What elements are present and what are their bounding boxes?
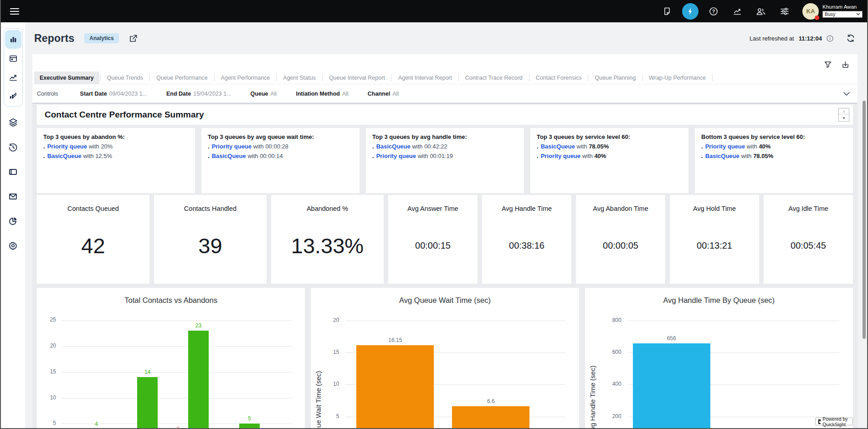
y-tick: 20 — [311, 317, 339, 323]
help-icon[interactable]: ? — [705, 3, 722, 20]
menu-icon[interactable] — [7, 5, 22, 18]
bar-contacts — [188, 331, 209, 428]
sidebar-nav-group — [4, 28, 23, 107]
tab-contract-trace-record[interactable]: Contract Trace Record — [460, 72, 528, 84]
filter-start-date[interactable]: Start Date09/04/2023 1... — [80, 91, 147, 97]
tab-agent-performance[interactable]: Agent Performance — [216, 72, 276, 84]
tab-wrap-up-performance[interactable]: Wrap-Up Performance — [643, 72, 711, 84]
insight-card-top-3-queues-by-avg-handle-time: Top 3 queues by avg handle time:.BasicQu… — [366, 128, 524, 193]
bullet: . — [43, 153, 45, 159]
insight-value: 40% — [594, 153, 606, 159]
queue-link[interactable]: BasicQueue — [47, 153, 82, 159]
tab-agent-interval-report[interactable]: Agent Interval Report — [393, 72, 457, 84]
insight-title: Top 3 queues by avg handle time: — [372, 133, 518, 140]
queue-link[interactable]: BasicQueue — [705, 153, 740, 159]
kpi-row: Contacts Queued42Contacts Handled39Aband… — [37, 195, 853, 284]
filter-channel[interactable]: ChannelAll — [368, 91, 399, 97]
gridline — [628, 321, 839, 321]
sidebar-item-reports[interactable] — [5, 30, 21, 49]
sidebar-item-annotate[interactable] — [5, 86, 21, 105]
status-value: Busy — [825, 11, 835, 17]
insight-line: .Priority queue with 20% — [43, 143, 189, 150]
chart-plot: 5101520254142353 — [37, 288, 305, 428]
analytics-badge[interactable]: Analytics — [84, 33, 118, 43]
y-tick: 15 — [311, 349, 339, 355]
insight-title: Top 3 queues by abandon %: — [43, 133, 189, 140]
bullet: . — [701, 143, 703, 150]
sidebar-item-window[interactable] — [1, 159, 25, 184]
queue-link[interactable]: BasicQueue — [212, 153, 246, 159]
sidebar-item-pie[interactable] — [1, 209, 25, 233]
filter-icon[interactable] — [824, 61, 832, 68]
chevron-down-icon[interactable] — [843, 92, 850, 96]
flash-icon[interactable] — [682, 3, 699, 20]
bullet: . — [43, 143, 45, 150]
avatar-initials: KA — [806, 8, 815, 15]
sidebar-item-settings[interactable] — [1, 233, 25, 258]
layers-icon — [8, 117, 18, 128]
kpi-value: 00:13:21 — [670, 195, 759, 284]
agents-icon[interactable] — [752, 3, 770, 20]
kpi-avg-handle-time: Avg Handle Time00:38:16 — [482, 195, 571, 284]
avatar[interactable]: KA — [802, 3, 819, 20]
insight-value: 00:01:19 — [430, 153, 453, 159]
queue-link[interactable]: BasicQueue — [541, 143, 575, 150]
queue-link[interactable]: Priority queue — [541, 153, 580, 159]
refresh-icon[interactable] — [846, 34, 855, 43]
y-tick: 800 — [585, 317, 621, 323]
queue-link[interactable]: BasicQueue — [376, 143, 411, 150]
quicksight-badge[interactable]: Powered by QuickSight — [815, 418, 853, 425]
kpi-value: 00:05:45 — [764, 195, 853, 284]
queue-link[interactable]: Priority queue — [376, 153, 416, 159]
insight-card-bottom-3-queues-by-service-level-60: Bottom 3 queues by service level 60:.Pri… — [695, 128, 853, 193]
settings-sliders-icon[interactable] — [776, 3, 793, 20]
gridline — [62, 346, 293, 347]
filter-intiation-method[interactable]: Intiation MethodAll — [296, 91, 348, 97]
user-name: Khurram Awan — [822, 4, 863, 10]
tab-agent-status[interactable]: Agent Status — [277, 72, 321, 84]
tab-queue-planning[interactable]: Queue Planning — [589, 72, 641, 84]
connector-text: with — [575, 143, 589, 150]
sidebar-item-history[interactable] — [1, 135, 25, 159]
stepper-up-button[interactable]: ▲ — [839, 108, 849, 115]
insight-card-top-3-queues-by-service-level-60: Top 3 queues by service level 60:.BasicQ… — [530, 128, 688, 193]
kpi-avg-hold-time: Avg Hold Time00:13:21 — [670, 195, 759, 284]
sidebar-item-layers[interactable] — [1, 110, 25, 135]
tab-separator — [458, 74, 459, 81]
reports-panel: Executive SummaryQueue TrendsQueue Perfo… — [32, 54, 858, 428]
connector-text: with — [740, 153, 753, 159]
sidebar-item-trends[interactable] — [5, 67, 21, 86]
metrics-icon[interactable] — [729, 3, 746, 20]
tab-contact-forensics[interactable]: Contact Forensics — [530, 72, 587, 84]
tab-strip: Executive SummaryQueue TrendsQueue Perfo… — [32, 72, 858, 84]
insights-row: Top 3 queues by abandon %:.Priority queu… — [37, 128, 853, 193]
gridline — [345, 321, 565, 321]
export-icon[interactable] — [842, 61, 849, 69]
notes-icon[interactable] — [658, 3, 676, 20]
queue-link[interactable]: Priority queue — [212, 143, 252, 150]
bullet: . — [701, 153, 703, 159]
tab-executive-summary[interactable]: Executive Summary — [34, 72, 99, 84]
tab-queue-performance[interactable]: Queue Performance — [151, 72, 213, 84]
insight-value: 78.05% — [589, 143, 609, 150]
vertical-scrollbar[interactable] — [863, 101, 866, 339]
queue-link[interactable]: Priority queue — [705, 143, 745, 150]
stepper-down-button[interactable]: ▼ — [839, 115, 849, 121]
tab-queue-interval-report[interactable]: Queue Interval Report — [324, 72, 390, 84]
filter-queue[interactable]: QueueAll — [251, 91, 277, 97]
sidebar-item-mail[interactable] — [1, 184, 25, 209]
controls-filters: Start Date09/04/2023 1...End Date15/04/2… — [80, 91, 399, 97]
queue-link[interactable]: Priority queue — [47, 143, 87, 150]
tab-queue-trends[interactable]: Queue Trends — [102, 72, 149, 84]
external-link-icon[interactable] — [129, 34, 138, 43]
filter-end-date[interactable]: End Date15/04/2023 1... — [166, 91, 231, 97]
gear-icon — [8, 241, 18, 250]
insight-line: .Priority queue with 40% — [537, 153, 682, 159]
bar-value-label: 656 — [653, 335, 690, 342]
status-select[interactable]: Busy — [822, 11, 863, 18]
sidebar-item-calendar[interactable] — [5, 49, 21, 67]
insight-value: 20% — [101, 143, 113, 150]
info-icon[interactable] — [827, 35, 833, 42]
insight-value: 00:00:28 — [265, 143, 288, 150]
connector-text: with — [580, 153, 594, 159]
